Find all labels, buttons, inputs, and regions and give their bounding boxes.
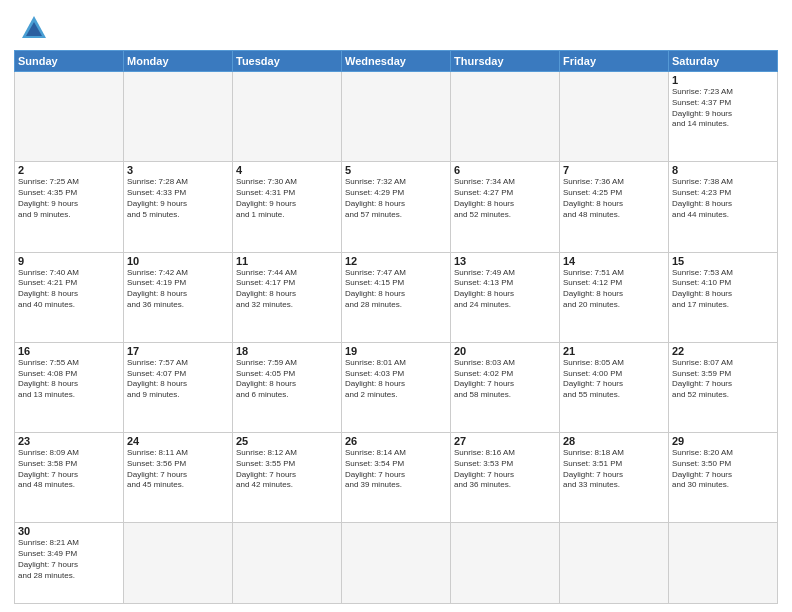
calendar-day-cell: 3Sunrise: 7:28 AM Sunset: 4:33 PM Daylig… — [124, 162, 233, 252]
calendar-week-row: 30Sunrise: 8:21 AM Sunset: 3:49 PM Dayli… — [15, 523, 778, 604]
day-number: 8 — [672, 164, 774, 176]
calendar-day-cell: 21Sunrise: 8:05 AM Sunset: 4:00 PM Dayli… — [560, 342, 669, 432]
day-info: Sunrise: 7:55 AM Sunset: 4:08 PM Dayligh… — [18, 358, 120, 401]
day-info: Sunrise: 8:20 AM Sunset: 3:50 PM Dayligh… — [672, 448, 774, 491]
calendar-week-row: 2Sunrise: 7:25 AM Sunset: 4:35 PM Daylig… — [15, 162, 778, 252]
day-number: 4 — [236, 164, 338, 176]
col-wednesday: Wednesday — [342, 51, 451, 72]
calendar-day-cell: 26Sunrise: 8:14 AM Sunset: 3:54 PM Dayli… — [342, 433, 451, 523]
day-number: 19 — [345, 345, 447, 357]
day-info: Sunrise: 7:28 AM Sunset: 4:33 PM Dayligh… — [127, 177, 229, 220]
day-number: 29 — [672, 435, 774, 447]
page: Sunday Monday Tuesday Wednesday Thursday… — [0, 0, 792, 612]
calendar-day-cell: 27Sunrise: 8:16 AM Sunset: 3:53 PM Dayli… — [451, 433, 560, 523]
calendar-day-cell — [342, 72, 451, 162]
day-info: Sunrise: 8:21 AM Sunset: 3:49 PM Dayligh… — [18, 538, 120, 581]
logo — [14, 10, 52, 46]
calendar-header-row: Sunday Monday Tuesday Wednesday Thursday… — [15, 51, 778, 72]
day-info: Sunrise: 7:40 AM Sunset: 4:21 PM Dayligh… — [18, 268, 120, 311]
day-number: 24 — [127, 435, 229, 447]
calendar-day-cell: 13Sunrise: 7:49 AM Sunset: 4:13 PM Dayli… — [451, 252, 560, 342]
calendar-week-row: 23Sunrise: 8:09 AM Sunset: 3:58 PM Dayli… — [15, 433, 778, 523]
day-info: Sunrise: 7:25 AM Sunset: 4:35 PM Dayligh… — [18, 177, 120, 220]
day-info: Sunrise: 7:23 AM Sunset: 4:37 PM Dayligh… — [672, 87, 774, 130]
day-number: 3 — [127, 164, 229, 176]
day-number: 18 — [236, 345, 338, 357]
day-info: Sunrise: 8:18 AM Sunset: 3:51 PM Dayligh… — [563, 448, 665, 491]
calendar-day-cell: 7Sunrise: 7:36 AM Sunset: 4:25 PM Daylig… — [560, 162, 669, 252]
calendar-day-cell — [451, 523, 560, 604]
day-number: 25 — [236, 435, 338, 447]
calendar-day-cell: 24Sunrise: 8:11 AM Sunset: 3:56 PM Dayli… — [124, 433, 233, 523]
day-info: Sunrise: 8:16 AM Sunset: 3:53 PM Dayligh… — [454, 448, 556, 491]
calendar-day-cell: 4Sunrise: 7:30 AM Sunset: 4:31 PM Daylig… — [233, 162, 342, 252]
day-number: 1 — [672, 74, 774, 86]
day-info: Sunrise: 7:44 AM Sunset: 4:17 PM Dayligh… — [236, 268, 338, 311]
calendar-day-cell: 18Sunrise: 7:59 AM Sunset: 4:05 PM Dayli… — [233, 342, 342, 432]
day-number: 20 — [454, 345, 556, 357]
day-number: 14 — [563, 255, 665, 267]
day-info: Sunrise: 7:53 AM Sunset: 4:10 PM Dayligh… — [672, 268, 774, 311]
day-info: Sunrise: 7:47 AM Sunset: 4:15 PM Dayligh… — [345, 268, 447, 311]
calendar-day-cell: 23Sunrise: 8:09 AM Sunset: 3:58 PM Dayli… — [15, 433, 124, 523]
day-number: 10 — [127, 255, 229, 267]
calendar-day-cell: 29Sunrise: 8:20 AM Sunset: 3:50 PM Dayli… — [669, 433, 778, 523]
day-number: 26 — [345, 435, 447, 447]
calendar-day-cell — [124, 523, 233, 604]
day-number: 27 — [454, 435, 556, 447]
day-info: Sunrise: 8:03 AM Sunset: 4:02 PM Dayligh… — [454, 358, 556, 401]
day-number: 16 — [18, 345, 120, 357]
day-info: Sunrise: 7:30 AM Sunset: 4:31 PM Dayligh… — [236, 177, 338, 220]
calendar-day-cell: 9Sunrise: 7:40 AM Sunset: 4:21 PM Daylig… — [15, 252, 124, 342]
day-number: 28 — [563, 435, 665, 447]
day-number: 17 — [127, 345, 229, 357]
calendar-day-cell — [669, 523, 778, 604]
col-sunday: Sunday — [15, 51, 124, 72]
calendar-day-cell: 5Sunrise: 7:32 AM Sunset: 4:29 PM Daylig… — [342, 162, 451, 252]
calendar-day-cell: 30Sunrise: 8:21 AM Sunset: 3:49 PM Dayli… — [15, 523, 124, 604]
calendar-week-row: 16Sunrise: 7:55 AM Sunset: 4:08 PM Dayli… — [15, 342, 778, 432]
day-number: 5 — [345, 164, 447, 176]
calendar-day-cell: 17Sunrise: 7:57 AM Sunset: 4:07 PM Dayli… — [124, 342, 233, 432]
day-info: Sunrise: 8:12 AM Sunset: 3:55 PM Dayligh… — [236, 448, 338, 491]
calendar-day-cell: 8Sunrise: 7:38 AM Sunset: 4:23 PM Daylig… — [669, 162, 778, 252]
day-number: 13 — [454, 255, 556, 267]
calendar-day-cell: 16Sunrise: 7:55 AM Sunset: 4:08 PM Dayli… — [15, 342, 124, 432]
day-number: 30 — [18, 525, 120, 537]
day-info: Sunrise: 7:36 AM Sunset: 4:25 PM Dayligh… — [563, 177, 665, 220]
calendar-day-cell — [15, 72, 124, 162]
day-info: Sunrise: 7:51 AM Sunset: 4:12 PM Dayligh… — [563, 268, 665, 311]
day-info: Sunrise: 7:49 AM Sunset: 4:13 PM Dayligh… — [454, 268, 556, 311]
day-info: Sunrise: 7:32 AM Sunset: 4:29 PM Dayligh… — [345, 177, 447, 220]
col-tuesday: Tuesday — [233, 51, 342, 72]
calendar-day-cell: 22Sunrise: 8:07 AM Sunset: 3:59 PM Dayli… — [669, 342, 778, 432]
col-friday: Friday — [560, 51, 669, 72]
calendar-day-cell — [342, 523, 451, 604]
day-info: Sunrise: 8:11 AM Sunset: 3:56 PM Dayligh… — [127, 448, 229, 491]
col-thursday: Thursday — [451, 51, 560, 72]
day-info: Sunrise: 8:09 AM Sunset: 3:58 PM Dayligh… — [18, 448, 120, 491]
calendar-day-cell: 2Sunrise: 7:25 AM Sunset: 4:35 PM Daylig… — [15, 162, 124, 252]
calendar-day-cell — [560, 523, 669, 604]
calendar-day-cell: 11Sunrise: 7:44 AM Sunset: 4:17 PM Dayli… — [233, 252, 342, 342]
calendar-day-cell: 28Sunrise: 8:18 AM Sunset: 3:51 PM Dayli… — [560, 433, 669, 523]
calendar-day-cell: 14Sunrise: 7:51 AM Sunset: 4:12 PM Dayli… — [560, 252, 669, 342]
calendar-day-cell — [233, 72, 342, 162]
calendar-table: Sunday Monday Tuesday Wednesday Thursday… — [14, 50, 778, 604]
calendar-day-cell: 19Sunrise: 8:01 AM Sunset: 4:03 PM Dayli… — [342, 342, 451, 432]
day-number: 2 — [18, 164, 120, 176]
day-info: Sunrise: 7:42 AM Sunset: 4:19 PM Dayligh… — [127, 268, 229, 311]
day-info: Sunrise: 8:05 AM Sunset: 4:00 PM Dayligh… — [563, 358, 665, 401]
calendar-day-cell: 20Sunrise: 8:03 AM Sunset: 4:02 PM Dayli… — [451, 342, 560, 432]
calendar-day-cell: 12Sunrise: 7:47 AM Sunset: 4:15 PM Dayli… — [342, 252, 451, 342]
day-number: 23 — [18, 435, 120, 447]
day-info: Sunrise: 7:59 AM Sunset: 4:05 PM Dayligh… — [236, 358, 338, 401]
day-info: Sunrise: 7:34 AM Sunset: 4:27 PM Dayligh… — [454, 177, 556, 220]
calendar-day-cell — [124, 72, 233, 162]
day-number: 6 — [454, 164, 556, 176]
day-number: 12 — [345, 255, 447, 267]
day-number: 7 — [563, 164, 665, 176]
calendar-day-cell — [560, 72, 669, 162]
calendar-day-cell — [233, 523, 342, 604]
calendar-day-cell: 10Sunrise: 7:42 AM Sunset: 4:19 PM Dayli… — [124, 252, 233, 342]
